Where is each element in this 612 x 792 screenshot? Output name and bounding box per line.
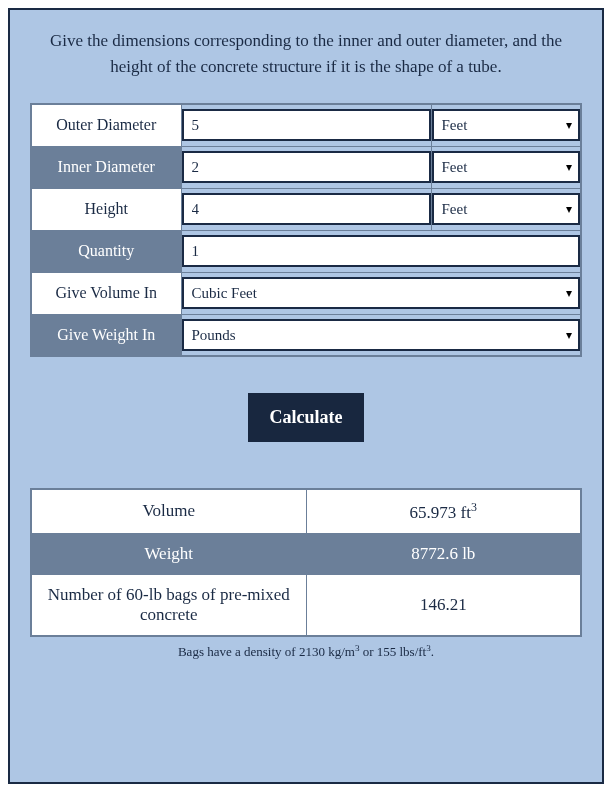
quantity-input[interactable] <box>182 235 581 267</box>
weight-unit-select[interactable]: Pounds <box>182 319 581 351</box>
outer-diameter-input[interactable] <box>182 109 431 141</box>
height-input[interactable] <box>182 193 431 225</box>
quantity-label: Quantity <box>31 230 181 272</box>
instruction-text: Give the dimensions corresponding to the… <box>30 28 582 79</box>
outer-diameter-label: Outer Diameter <box>31 104 181 146</box>
inner-diameter-unit[interactable]: Feet <box>432 151 581 183</box>
volume-unit-select[interactable]: Cubic Feet <box>182 277 581 309</box>
outer-diameter-unit[interactable]: Feet <box>432 109 581 141</box>
volume-result-value: 65.973 ft3 <box>306 489 581 533</box>
bags-result-value: 146.21 <box>306 574 581 636</box>
calculate-button[interactable]: Calculate <box>248 393 365 442</box>
weight-in-label: Give Weight In <box>31 314 181 356</box>
calculator-panel: Give the dimensions corresponding to the… <box>8 8 604 784</box>
weight-result-label: Weight <box>31 533 306 574</box>
footnote-text: Bags have a density of 2130 kg/m3 or 155… <box>30 643 582 660</box>
inner-diameter-input[interactable] <box>182 151 431 183</box>
results-table: Volume 65.973 ft3 Weight 8772.6 lb Numbe… <box>30 488 582 637</box>
input-form: Outer Diameter Feet Inner Diameter Feet … <box>30 103 582 357</box>
volume-result-label: Volume <box>31 489 306 533</box>
height-label: Height <box>31 188 181 230</box>
inner-diameter-label: Inner Diameter <box>31 146 181 188</box>
weight-result-value: 8772.6 lb <box>306 533 581 574</box>
height-unit[interactable]: Feet <box>432 193 581 225</box>
bags-result-label: Number of 60-lb bags of pre-mixed concre… <box>31 574 306 636</box>
volume-in-label: Give Volume In <box>31 272 181 314</box>
